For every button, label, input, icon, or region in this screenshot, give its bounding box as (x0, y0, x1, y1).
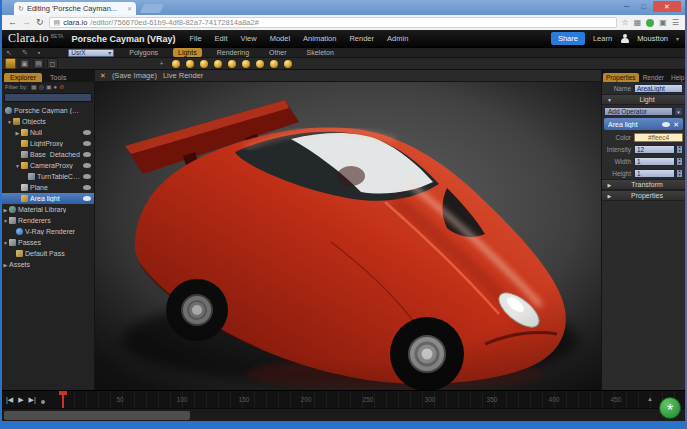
go-to-end-icon[interactable]: ▶| (29, 394, 36, 406)
green-extension-icon[interactable] (646, 19, 654, 27)
tool-icon-1[interactable]: ▣ (19, 58, 30, 69)
tab-help[interactable]: Help (668, 73, 685, 82)
chevron-right-icon[interactable]: ▶ (2, 262, 9, 268)
user-menu[interactable]: Moustton (637, 34, 668, 43)
chevron-right-icon[interactable]: ▶ (606, 182, 613, 188)
menu-view[interactable]: View (241, 34, 257, 43)
window-maximize-icon[interactable]: □ (636, 1, 651, 12)
viewport[interactable]: ✕ (Save Image) Live Render (95, 70, 601, 390)
filter-all-icon[interactable]: ▦ (31, 84, 37, 90)
menu-model[interactable]: Model (270, 34, 290, 43)
tab-explorer[interactable]: Explorer (4, 73, 42, 82)
tab-lights[interactable]: Lights (173, 48, 202, 57)
add-operator-dropdown[interactable]: Add Operator (604, 107, 673, 116)
visibility-eye-icon[interactable] (83, 196, 91, 201)
snap-tool-icon[interactable]: + (156, 58, 167, 69)
width-input[interactable]: 1 (634, 157, 675, 166)
tool-icon-2[interactable]: ▤ (33, 58, 44, 69)
save-image-button[interactable]: (Save Image) (112, 71, 157, 80)
bookmark-star-icon[interactable]: ☆ (622, 19, 629, 27)
tab-rendering[interactable]: Rendering (212, 48, 254, 57)
scrollbar-thumb[interactable] (4, 411, 190, 420)
user-caret-icon[interactable]: ▾ (676, 35, 679, 42)
filter-cameras-icon[interactable]: ● (54, 84, 58, 90)
go-to-start-icon[interactable]: |◀ (6, 394, 13, 406)
profile-extension-icon[interactable]: ▣ (659, 19, 667, 27)
browser-menu-icon[interactable]: ☰ (672, 19, 679, 27)
light-tool-icon-5[interactable] (226, 58, 237, 69)
play-icon[interactable]: ▶ (18, 394, 23, 406)
clara-logo[interactable]: Clara.io (8, 31, 49, 46)
address-bar[interactable]: ▤ clara.io /editor/756670ed-61b9-4df8-82… (49, 17, 617, 28)
chevron-down-icon[interactable]: ▼ (6, 119, 13, 125)
visibility-eye-icon[interactable] (83, 141, 91, 146)
share-button[interactable]: Share (551, 32, 585, 45)
new-tab-button[interactable] (140, 4, 164, 13)
visibility-eye-icon[interactable] (83, 163, 91, 168)
name-input[interactable]: AreaLight (634, 84, 683, 93)
properties-section-header[interactable]: ▶ Properties (602, 190, 685, 201)
frame-knob[interactable] (41, 400, 45, 404)
light-tool-icon-2[interactable] (184, 58, 195, 69)
tab-close-icon[interactable]: ✕ (127, 5, 132, 12)
filter-hidden-icon[interactable]: ⊘ (59, 84, 64, 90)
area-light-operator[interactable]: Area light ✕ (604, 118, 683, 130)
intensity-stepper[interactable]: ▴▾ (676, 145, 683, 154)
menu-animation[interactable]: Animation (303, 34, 336, 43)
dot-tool-icon[interactable]: ▪ (38, 49, 40, 56)
visibility-eye-icon[interactable] (83, 174, 91, 179)
window-minimize-icon[interactable]: ─ (619, 1, 634, 12)
window-close-icon[interactable]: ✕ (653, 1, 681, 12)
browser-tab[interactable]: ↻ Editing 'Porsche Cayman... ✕ (14, 2, 136, 15)
light-tool-icon-3[interactable] (198, 58, 209, 69)
light-tool-icon-6[interactable] (240, 58, 251, 69)
operator-close-icon[interactable]: ✕ (673, 121, 679, 128)
chevron-down-icon[interactable]: ▼ (2, 240, 9, 246)
tree-row-lightproxy[interactable]: LightProxy (2, 138, 94, 149)
tab-tools[interactable]: Tools (44, 73, 72, 82)
chevron-right-icon[interactable]: ▶ (14, 130, 21, 136)
light-tool-icon-9[interactable] (282, 58, 293, 69)
chevron-right-icon[interactable]: ▶ (606, 193, 613, 199)
tree-row-vray-renderer[interactable]: V-Ray Renderer (2, 226, 94, 237)
playhead[interactable] (62, 391, 64, 409)
learn-link[interactable]: Learn (593, 34, 612, 43)
tab-other[interactable]: Other (264, 48, 292, 57)
tree-row-area-light[interactable]: Area light (2, 193, 94, 204)
light-tool-icon-7[interactable] (254, 58, 265, 69)
forward-icon[interactable]: → (22, 18, 31, 27)
width-stepper[interactable]: ▴▾ (676, 157, 683, 166)
transform-section-header[interactable]: ▶ Transform (602, 179, 685, 190)
tab-polygons[interactable]: Polygons (124, 48, 163, 57)
tree-row-turntablecamera[interactable]: TurnTableCamera (2, 171, 94, 182)
color-swatch-button[interactable]: #ffeec4 (634, 133, 683, 142)
light-tool-icon-8[interactable] (268, 58, 279, 69)
light-tool-icon-1[interactable] (170, 58, 181, 69)
filter-lights-icon[interactable]: ▣ (46, 84, 52, 90)
tab-properties[interactable]: Properties (603, 73, 639, 82)
support-chat-badge[interactable]: * (659, 397, 681, 419)
filter-geometry-icon[interactable]: ◎ (39, 84, 44, 90)
render-canvas-car[interactable] (95, 82, 601, 390)
chevron-down-icon[interactable]: ▼ (606, 97, 613, 103)
hierarchy-search-input[interactable] (4, 93, 92, 102)
tree-row-renderers[interactable]: ▼ Renderers (2, 215, 94, 226)
tab-skeleton[interactable]: Skeleton (302, 48, 339, 57)
visibility-eye-icon[interactable] (83, 185, 91, 190)
timeline[interactable]: |◀ ▶ ▶| 50 100 150 200 250 300 350 400 4… (2, 390, 685, 408)
pointer-tool-icon[interactable]: ↖ (6, 49, 12, 56)
light-tool-icon-4[interactable] (212, 58, 223, 69)
add-operator-button[interactable]: ▾ (674, 107, 683, 116)
tree-row-default-pass[interactable]: Default Pass (2, 248, 94, 259)
visibility-eye-icon[interactable] (83, 130, 91, 135)
viewport-close-icon[interactable]: ✕ (100, 72, 106, 79)
tool-icon-3[interactable]: ◻ (47, 58, 58, 69)
light-section-header[interactable]: ▼ Light (602, 94, 685, 105)
pencil-tool-icon[interactable]: ✎ (22, 49, 28, 56)
intensity-input[interactable]: 12 (634, 145, 675, 154)
tree-row-passes[interactable]: ▼ Passes (2, 237, 94, 248)
chevron-down-icon[interactable]: ▼ (2, 218, 9, 224)
tree-row-material-library[interactable]: ▶ Material Library (2, 204, 94, 215)
menu-admin[interactable]: Admin (387, 34, 408, 43)
tree-row-objects[interactable]: ▼ Objects (2, 116, 94, 127)
